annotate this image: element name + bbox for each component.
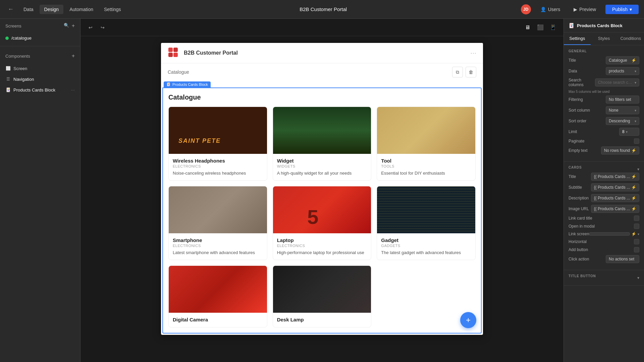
fab-add-button[interactable]: + [460,312,476,328]
tablet-view-button[interactable]: ⬛ [535,22,545,33]
card-image-7 [273,266,371,313]
data-input[interactable]: products ▾ [606,67,639,75]
search-columns-input[interactable]: Choose search colu... ▾ [595,78,639,86]
sidebar-item-screen[interactable]: ⬜ Screen [0,63,80,74]
card-title-2: Tool [381,158,471,164]
title-button-section: TITLE BUTTON ▾ [564,270,644,286]
card-desc-4: High-performance laptop for professional… [277,250,367,256]
card-image-3 [169,186,267,233]
tab-settings-panel[interactable]: Settings [564,33,591,45]
frame-menu-icon[interactable]: ⋯ [470,49,476,57]
mobile-view-button[interactable]: 📱 [548,22,558,33]
image-url-input[interactable]: {{ Products Cards ... ⚡ [591,205,639,213]
card-title-3: Smartphone [173,237,263,243]
table-row[interactable]: Desk Lamp [273,265,372,327]
arrow-down-icon-2: ▾ [635,81,636,84]
navigation-icon: ☰ [5,76,11,82]
card-image-6 [169,266,267,313]
empty-text-input[interactable]: No rows found ⚡ [601,146,639,155]
back-button[interactable]: ← [5,4,16,15]
canvas-wrapper: ↩ ↪ 🖥 ⬛ 📱 [80,19,564,362]
main-layout: Screens 🔍 + /catalogue Components + ⬜ Sc… [0,19,644,362]
cards-description-row: Description {{ Products Cards ... ⚡ [569,194,639,202]
user-avatar: JD [521,4,531,14]
table-row[interactable]: Laptop ELECTRONICS High-performance lapt… [273,186,372,260]
title-button-section-title: TITLE BUTTON ▾ [569,274,639,281]
empty-text-row: Empty text No rows found ⚡ [569,146,639,155]
copy-button[interactable]: ⧉ [452,67,463,77]
table-row[interactable]: Tool TOOLS Essential tool for DIY enthus… [377,107,476,181]
image-url-row: Image URL {{ Products Cards ... ⚡ [569,205,639,213]
tab-automation[interactable]: Automation [65,5,98,14]
title-input[interactable]: Catalogue ⚡ [606,56,639,64]
table-row[interactable]: Digital Camera [168,265,267,327]
cards-block-icon: 🃏 [5,87,11,93]
paginate-checkbox[interactable] [634,138,639,144]
arrow-down-icon-5: ▾ [626,130,628,134]
click-action-row: Click action No actions set [569,255,639,263]
search-icon[interactable]: 🔍 [64,23,69,29]
table-row[interactable]: Widget WIDGETS A high-quality widget for… [273,107,372,181]
filtering-input[interactable]: No filters set [606,96,639,104]
redo-button[interactable]: ↪ [98,23,107,32]
publish-dropdown-icon: ▾ [630,7,632,12]
link-card-title-checkbox[interactable] [634,216,639,221]
svg-rect-2 [168,53,173,57]
tab-conditions-panel[interactable]: Conditions [617,33,644,45]
tab-data[interactable]: Data [19,5,38,14]
add-screen-button[interactable]: + [72,23,75,29]
publish-button[interactable]: Publish ▾ [605,5,639,14]
cards-subtitle-input[interactable]: {{ Products Cards ... ⚡ [591,183,639,191]
open-in-modal-checkbox[interactable] [634,224,639,229]
add-button-row: Add button [569,247,639,252]
sidebar-item-products-cards-block[interactable]: 🃏 Products Cards Block ··· [0,84,80,95]
add-button-checkbox[interactable] [634,247,639,252]
tab-styles-panel[interactable]: Styles [591,33,618,45]
more-options-icon[interactable]: ··· [71,87,75,93]
components-list: ⬜ Screen ☰ Navigation 🃏 Products Cards B… [0,63,80,95]
cards-collapse-icon[interactable]: ▾ [637,167,639,172]
card-image-4 [273,186,371,233]
card-body-0: Wireless Headphones ELECTRONICS Noise-ca… [169,154,267,180]
tab-design[interactable]: Design [40,5,64,14]
cards-title-row: Title {{ Products Cards ... ⚡ [569,173,639,181]
card-image-1 [273,107,371,154]
paginate-row: Paginate [569,138,639,144]
sort-column-input[interactable]: None ▾ [606,106,639,114]
desktop-view-button[interactable]: 🖥 [523,22,533,33]
preview-icon: ▶ [574,7,577,12]
bolt-icon-cards-desc: ⚡ [631,196,636,200]
table-row[interactable]: Wireless Headphones ELECTRONICS Noise-ca… [168,107,267,181]
click-action-input[interactable]: No actions set [606,255,639,263]
horizontal-checkbox[interactable] [634,239,639,244]
open-in-modal-row: Open in modal [569,224,639,229]
filtering-row: Filtering No filters set [569,96,639,104]
sort-order-input[interactable]: Descending ▾ [606,117,639,125]
table-row[interactable]: Gadget GADGETS The latest gadget with ad… [377,186,476,260]
preview-button[interactable]: ▶ Preview [570,5,600,14]
cards-title-input[interactable]: {{ Products Cards ... ⚡ [591,173,639,181]
products-cards-block-label: 🃏 Products Cards Block [164,81,211,87]
cards-description-input[interactable]: {{ Products Cards ... ⚡ [591,194,639,202]
limit-input[interactable]: 8 ▾ [619,128,639,136]
link-screen-input[interactable] [589,232,630,236]
title-button-collapse-icon[interactable]: ▾ [637,276,639,280]
sidebar-item-navigation[interactable]: ☰ Navigation [0,74,80,84]
card-desc-1: A high-quality widget for all your needs [277,170,367,176]
add-component-button[interactable]: + [72,53,75,59]
limit-row: Limit 8 ▾ [569,128,639,136]
card-title-5: Gadget [381,237,471,243]
screen-item-catalogue[interactable]: /catalogue [0,33,80,43]
left-sidebar: Screens 🔍 + /catalogue Components + ⬜ Sc… [0,19,80,362]
arrow-down-icon-4: ▾ [635,119,636,123]
users-icon: 👤 [540,7,546,12]
users-button[interactable]: 👤 Users [536,5,565,14]
canvas-content: B2B Customer Portal ⋯ Catalogue ⧉ 🗑 [80,36,564,362]
canvas-frame: B2B Customer Portal ⋯ Catalogue ⧉ 🗑 [161,43,483,335]
tab-settings[interactable]: Settings [99,5,126,14]
table-row[interactable]: Smartphone ELECTRONICS Latest smartphone… [168,186,267,260]
undo-button[interactable]: ↩ [86,23,95,32]
cards-subtitle-row: Subtitle {{ Products Cards ... ⚡ [569,183,639,191]
sort-column-row: Sort column None ▾ [569,106,639,114]
delete-button[interactable]: 🗑 [466,67,476,77]
